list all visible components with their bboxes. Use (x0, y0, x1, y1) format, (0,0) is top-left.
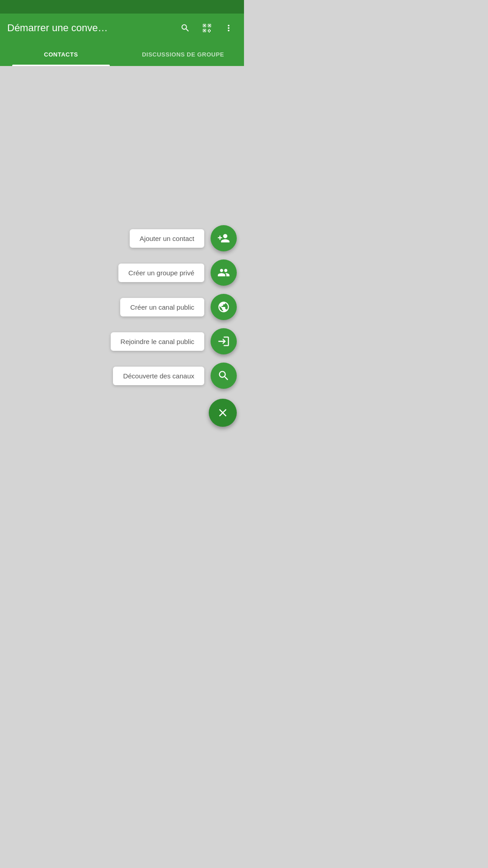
discover-channels-button[interactable] (211, 363, 237, 389)
discover-channels-label[interactable]: Découverte des canaux (113, 367, 204, 385)
tab-group-discussions[interactable]: DISCUSSIONS DE GROUPE (122, 42, 244, 66)
create-channel-button[interactable] (211, 294, 237, 320)
close-fab-button[interactable] (209, 399, 237, 427)
add-contact-item: Ajouter un contact (130, 225, 237, 251)
create-group-label[interactable]: Créer un groupe privé (118, 264, 204, 282)
join-channel-label[interactable]: Rejoindre le canal public (111, 332, 204, 351)
app-bar: Démarrer une conve… (0, 14, 244, 42)
app-bar-title: Démarrer une conve… (7, 22, 172, 34)
tab-contacts[interactable]: CONTACTS (0, 42, 122, 66)
join-channel-item: Rejoindre le canal public (111, 328, 237, 354)
tab-bar: CONTACTS DISCUSSIONS DE GROUPE (0, 42, 244, 66)
create-group-button[interactable] (211, 259, 237, 286)
create-group-item: Créer un groupe privé (118, 259, 237, 286)
discover-channels-item: Découverte des canaux (113, 363, 237, 389)
fab-menu: Ajouter un contact Créer un groupe privé… (111, 225, 237, 427)
add-contact-button[interactable] (211, 225, 237, 251)
add-contact-label[interactable]: Ajouter un contact (130, 229, 204, 248)
create-channel-item: Créer un canal public (120, 294, 237, 320)
qr-code-icon[interactable] (199, 20, 215, 36)
status-bar (0, 0, 244, 14)
create-channel-label[interactable]: Créer un canal public (120, 298, 204, 316)
join-channel-button[interactable] (211, 328, 237, 354)
more-vert-icon[interactable] (221, 20, 237, 36)
main-content: Ajouter un contact Créer un groupe privé… (0, 66, 244, 434)
search-icon[interactable] (177, 20, 193, 36)
